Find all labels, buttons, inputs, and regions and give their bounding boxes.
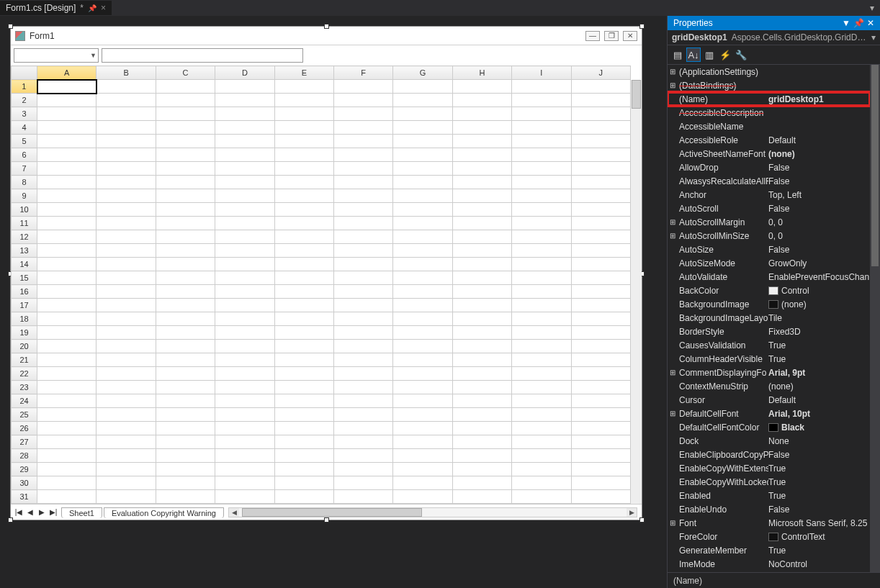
- cell[interactable]: [393, 408, 452, 422]
- name-box[interactable]: ▼: [14, 48, 99, 63]
- column-header[interactable]: C: [156, 66, 215, 80]
- property-row[interactable]: AutoValidate EnablePreventFocusChan: [668, 270, 870, 284]
- cell[interactable]: [37, 258, 96, 271]
- cell[interactable]: [571, 107, 630, 121]
- property-value[interactable]: (none): [768, 149, 870, 159]
- cell[interactable]: [334, 463, 393, 476]
- cell[interactable]: [452, 203, 511, 217]
- minimize-button[interactable]: —: [585, 31, 600, 41]
- cell[interactable]: [452, 135, 511, 148]
- cell[interactable]: [393, 490, 452, 504]
- cell[interactable]: [274, 299, 333, 312]
- property-row[interactable]: EnableCopyWithExtensi True: [668, 461, 870, 475]
- cell[interactable]: [37, 353, 96, 367]
- cell[interactable]: [96, 148, 156, 162]
- cell[interactable]: [512, 80, 571, 94]
- cell[interactable]: [274, 176, 333, 189]
- property-row[interactable]: AllowDrop False: [668, 160, 870, 174]
- cell[interactable]: [393, 271, 452, 285]
- column-header[interactable]: A: [37, 66, 96, 80]
- cell[interactable]: [452, 299, 511, 312]
- cell[interactable]: [393, 230, 452, 244]
- cell[interactable]: [452, 271, 511, 285]
- property-row[interactable]: ⊞ Font Microsoft Sans Serif, 8.25: [668, 516, 870, 530]
- cell[interactable]: [37, 312, 96, 326]
- property-row[interactable]: AccessibleDescription: [668, 106, 870, 119]
- expand-icon[interactable]: ⊞: [668, 519, 678, 527]
- cell[interactable]: [334, 121, 393, 135]
- cell[interactable]: [393, 381, 452, 394]
- cell[interactable]: [571, 121, 630, 135]
- row-header[interactable]: 12: [12, 230, 37, 244]
- cell[interactable]: [452, 449, 511, 463]
- cell[interactable]: [215, 463, 274, 476]
- cell[interactable]: [274, 94, 333, 107]
- property-row[interactable]: CausesValidation True: [668, 338, 870, 352]
- cell[interactable]: [156, 422, 215, 435]
- cell[interactable]: [571, 340, 630, 353]
- property-row[interactable]: AccessibleRole Default: [668, 133, 870, 147]
- cell[interactable]: [393, 217, 452, 230]
- cell[interactable]: [452, 367, 511, 381]
- property-row[interactable]: BackColor Control: [668, 284, 870, 297]
- cell[interactable]: [37, 135, 96, 148]
- cell[interactable]: [37, 394, 96, 408]
- cell[interactable]: [215, 107, 274, 121]
- events-button[interactable]: ⚡: [718, 48, 732, 62]
- cell[interactable]: [452, 230, 511, 244]
- property-value[interactable]: True: [768, 491, 870, 501]
- cell[interactable]: [512, 217, 571, 230]
- cell[interactable]: [512, 312, 571, 326]
- cell[interactable]: [393, 94, 452, 107]
- cell[interactable]: [156, 312, 215, 326]
- properties-scrollbar[interactable]: [870, 65, 880, 572]
- column-header[interactable]: I: [512, 66, 571, 80]
- cell[interactable]: [334, 449, 393, 463]
- cell[interactable]: [334, 244, 393, 258]
- cell[interactable]: [274, 230, 333, 244]
- cell[interactable]: [215, 80, 274, 94]
- cell[interactable]: [512, 107, 571, 121]
- property-row[interactable]: ⊞ (DataBindings): [668, 78, 870, 92]
- cell[interactable]: [571, 176, 630, 189]
- pin-icon[interactable]: 📌: [88, 4, 96, 12]
- cell[interactable]: [512, 449, 571, 463]
- cell[interactable]: [156, 408, 215, 422]
- cell[interactable]: [512, 135, 571, 148]
- cell[interactable]: [96, 217, 156, 230]
- cell[interactable]: [571, 490, 630, 504]
- cell[interactable]: [156, 490, 215, 504]
- cell[interactable]: [274, 135, 333, 148]
- cell[interactable]: [156, 94, 215, 107]
- property-row[interactable]: ⊞ (ApplicationSettings): [668, 65, 870, 78]
- cell[interactable]: [96, 189, 156, 203]
- cell[interactable]: [512, 394, 571, 408]
- cell[interactable]: [571, 217, 630, 230]
- cell[interactable]: [156, 217, 215, 230]
- cell[interactable]: [334, 148, 393, 162]
- component-selector[interactable]: gridDesktop1 Aspose.Cells.GridDesktop.Gr…: [668, 30, 880, 45]
- cell[interactable]: [37, 476, 96, 490]
- cell[interactable]: [512, 408, 571, 422]
- cell[interactable]: [393, 326, 452, 340]
- property-row[interactable]: AlwasysRecalculateAllF False: [668, 174, 870, 188]
- cell[interactable]: [274, 435, 333, 449]
- cell[interactable]: [274, 244, 333, 258]
- column-header[interactable]: J: [571, 66, 630, 80]
- cell[interactable]: [452, 80, 511, 94]
- cell[interactable]: [37, 189, 96, 203]
- property-value[interactable]: False: [768, 176, 870, 186]
- cell[interactable]: [571, 299, 630, 312]
- cell[interactable]: [96, 381, 156, 394]
- row-header[interactable]: 5: [12, 135, 37, 148]
- cell[interactable]: [274, 449, 333, 463]
- close-button[interactable]: ✕: [623, 31, 637, 41]
- cell[interactable]: [334, 271, 393, 285]
- cell[interactable]: [571, 463, 630, 476]
- cell[interactable]: [571, 258, 630, 271]
- cell[interactable]: [215, 244, 274, 258]
- property-value[interactable]: 0, 0: [768, 217, 870, 227]
- cell[interactable]: [452, 244, 511, 258]
- row-header[interactable]: 14: [12, 258, 37, 271]
- column-header[interactable]: F: [334, 66, 393, 80]
